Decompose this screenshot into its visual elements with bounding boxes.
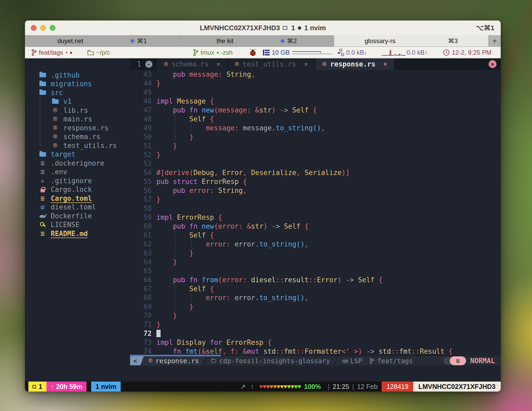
code-line-73[interactable]: 73impl Display for ErrorResp { [130, 338, 501, 347]
code-line-60[interactable]: 60 pub fn new(error: &str) -> Self { [130, 222, 501, 231]
tree-item-label: .gitignore [51, 177, 92, 185]
code-line-47[interactable]: 47 pub fn new(message: &str) -> Self { [130, 106, 501, 115]
line-number: 45 [130, 88, 156, 97]
code-line-69[interactable]: 69 │ } [130, 302, 501, 311]
buffer-tab-response[interactable]: ® response.rs × [316, 58, 394, 70]
tree-item-src[interactable]: src [25, 88, 130, 97]
code-line-57[interactable]: 57} [130, 195, 501, 204]
tree-item-cargo-lock[interactable]: Cargo.lock [25, 185, 130, 194]
buffer-tab-schema[interactable]: ® schema.rs × [157, 58, 227, 70]
tree-item-label: Cargo.lock [51, 186, 92, 193]
tree-item-label: target [51, 150, 75, 158]
statusline-project: cdp-fossil-insights-glossary [206, 356, 336, 365]
statusline-lsp-label: LSP [350, 357, 362, 365]
memory-value: 10 GB [272, 49, 290, 56]
rust-icon: ® [51, 106, 60, 114]
code-line-44[interactable]: 44} [130, 79, 501, 88]
code-text: pub message: String, [156, 70, 255, 79]
code-line-52[interactable]: 52} [130, 150, 501, 159]
scroll-left-icon[interactable]: ← [145, 61, 152, 68]
code-editor[interactable]: 43 pub message: String,44}4546impl Messa… [130, 70, 501, 355]
code-line-63[interactable]: 63 │ } [130, 249, 501, 258]
tree-item-main-rs[interactable]: │®main.rs [25, 115, 130, 124]
code-line-54[interactable]: 54#[derive(Debug, Error, Deserialize, Se… [130, 168, 501, 177]
tree-item-readme-md[interactable]: ≡README.md [25, 229, 130, 238]
memory-item[interactable]: 10 GB [263, 47, 334, 58]
tree-item-cargo-toml[interactable]: ≡Cargo.toml [25, 194, 130, 203]
tree-item-lib-rs[interactable]: │®lib.rs [25, 106, 130, 115]
code-line-53[interactable]: 53 [130, 159, 501, 168]
tree-item-migrations[interactable]: migrations [25, 80, 130, 89]
code-line-48[interactable]: 48 │ Self { [130, 115, 501, 124]
tree-item-response-rs[interactable]: │®response.rs [25, 124, 130, 132]
code-line-66[interactable]: 66 pub fn from(error: diesel::result::Er… [130, 275, 501, 284]
session-item[interactable]: tmux ◂ -zsh [193, 47, 233, 58]
code-line-65[interactable]: 65 [130, 266, 501, 275]
network-down-item[interactable]: 0.0 kB↓ [338, 47, 367, 58]
clock-item[interactable]: 12-2, 9:25 PM [443, 47, 492, 58]
code-line-74[interactable]: 74 fn fmt(&self, f: &mut std::fmt::Forma… [130, 347, 501, 355]
tree-item--github[interactable]: .github [25, 71, 130, 80]
code-line-64[interactable]: 64 } [130, 258, 501, 266]
mode-indicator: ≋ NORMAL [443, 356, 501, 365]
code-line-51[interactable]: 51 } [130, 141, 501, 150]
line-number: 57 [130, 195, 156, 204]
git-status-item[interactable]: feat/tags + ● [32, 47, 73, 58]
statusline-file-name: response.rs [155, 357, 199, 365]
window-title-host: LMVNHCC02X71XFJHD3 [200, 24, 280, 32]
close-window-button[interactable] [31, 25, 37, 31]
tmux-uptime: ↑ 20h 59m [47, 382, 87, 392]
code-line-50[interactable]: 50 │ } [130, 132, 501, 141]
tree-item--dockerignore[interactable]: ≡.dockerignore [25, 159, 130, 168]
code-line-56[interactable]: 56 pub error: String, [130, 186, 501, 195]
code-line-72[interactable]: 72 [130, 329, 501, 338]
tab-the-kit[interactable]: the kit ⌘2 [180, 35, 334, 47]
tab-duyet-net[interactable]: duyet.net ⌘1 [25, 35, 180, 47]
code-line-67[interactable]: 67 │ Self { [130, 284, 501, 293]
code-line-62[interactable]: 62 │ │ error: error.to_string(), [130, 240, 501, 249]
tree-item--gitignore[interactable]: ◈.gitignore [25, 176, 130, 185]
tab-shortcut: ⌘3 [448, 37, 458, 45]
tab-glossary-rs[interactable]: glossary-rs ⌘3 [334, 35, 489, 47]
code-line-59[interactable]: 59impl ErrorResp { [130, 213, 501, 222]
code-line-68[interactable]: 68 │ │ error: error.to_string(), [130, 293, 501, 302]
zoom-window-button[interactable] [50, 25, 55, 31]
network-down-value: 0.0 kB↓ [346, 49, 367, 56]
code-line-55[interactable]: 55pub struct ErrorResp { [130, 177, 501, 186]
code-text: │ } [156, 249, 193, 258]
code-line-49[interactable]: 49 │ │ message: message.to_string(), [130, 124, 501, 132]
code-line-71[interactable]: 71} [130, 320, 501, 329]
tmux-session-name[interactable]: 1 nvim [91, 382, 120, 392]
close-buffer-icon[interactable]: × [304, 60, 308, 68]
close-all-button[interactable]: × [489, 60, 497, 68]
tree-item-schema-rs[interactable]: │®schema.rs [25, 132, 130, 141]
close-buffer-icon[interactable]: × [217, 60, 220, 68]
tree-item-label: test_utils.rs [63, 142, 117, 150]
tree-item-diesel-toml[interactable]: ⚙diesel.toml [25, 203, 130, 212]
cwd-item[interactable]: ~/p/c [87, 47, 110, 58]
tree-item-test-utils-rs[interactable]: └®test_utils.rs [25, 141, 130, 150]
new-tab-button[interactable]: + [489, 35, 501, 47]
buffer-tab-label: test_utils.rs [243, 60, 296, 68]
code-text: } [156, 150, 161, 159]
code-line-58[interactable]: 58 [130, 204, 501, 213]
tree-item--env[interactable]: ≡.env [25, 168, 130, 177]
code-line-45[interactable]: 45 [130, 88, 501, 97]
minimize-window-button[interactable] [40, 25, 46, 31]
code-text: impl ErrorResp { [156, 213, 222, 222]
tmux-window-index[interactable]: 1 [28, 382, 47, 392]
tree-item-license[interactable]: LICENSE [25, 220, 130, 229]
tree-item-v1[interactable]: │v1 [25, 97, 130, 106]
code-line-70[interactable]: 70 } [130, 311, 501, 320]
code-line-61[interactable]: 61 │ Self { [130, 231, 501, 240]
code-line-46[interactable]: 46impl Message { [130, 97, 501, 106]
close-buffer-icon[interactable]: × [383, 60, 387, 68]
tree-item-target[interactable]: target [25, 150, 130, 159]
rust-file-icon: ® [164, 60, 168, 68]
network-up-item[interactable]: 0.0 kB↑ [407, 47, 428, 58]
code-line-43[interactable]: 43 pub message: String, [130, 70, 501, 79]
battery-hearts: ♥♥♥♥♥♥♥♥♥♥♥♥ [259, 383, 301, 390]
buffer-tab-test-utils[interactable]: ® test_utils.rs × [228, 58, 315, 70]
code-text: fn fmt(&self, f: &mut std::fmt::Formatte… [156, 347, 453, 355]
tree-item-dockerfile[interactable]: Dockerfile [25, 212, 130, 220]
